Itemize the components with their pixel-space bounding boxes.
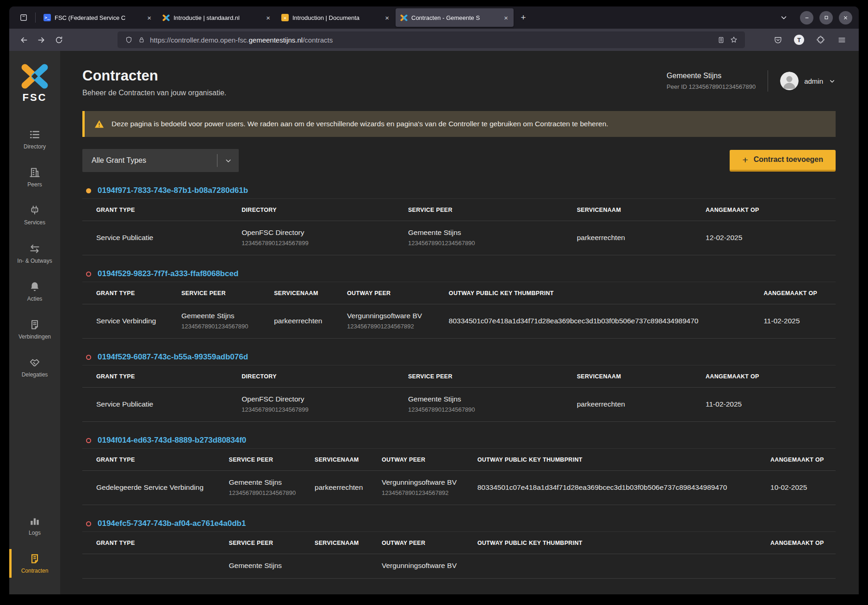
table-cell: Vergunningsoftware BV 123456789012345678… <box>368 471 464 505</box>
account-button[interactable]: T <box>791 32 807 48</box>
sidebar-item-services[interactable]: Services <box>9 200 60 230</box>
contract-id-link[interactable]: 0194f971-7833-743e-87b1-b08a7280d61b <box>98 186 248 195</box>
red-circle <box>86 521 91 526</box>
table-cell: Gemeente Stijns 12345678901234567890 <box>167 304 260 339</box>
sidebar-item-label: Contracten <box>21 568 49 574</box>
column-header: AANGEMAAKT OP <box>756 449 836 471</box>
table-cell: 11-02-2025 <box>692 388 836 422</box>
list-icon <box>29 129 41 141</box>
reader-mode-icon[interactable] <box>714 33 727 46</box>
column-header: GRANT TYPE <box>82 282 167 304</box>
tab-close-button[interactable]: × <box>502 13 510 22</box>
red-circle <box>86 355 91 360</box>
column-header: GRANT TYPE <box>82 199 228 221</box>
shield-icon[interactable] <box>122 33 135 46</box>
chevron-down-icon <box>780 13 788 22</box>
url-text: https://controller.demo.open-fsc.gemeent… <box>150 36 714 44</box>
column-header: SERVICENAAM <box>301 532 368 554</box>
contract-id-link[interactable]: 0194f014-ed63-743d-8889-b273d80834f0 <box>98 436 246 445</box>
lock-icon[interactable] <box>135 33 148 46</box>
terminal-icon: >_ <box>43 14 51 21</box>
sidebar-item-logs[interactable]: Logs <box>9 510 60 541</box>
contract-id-link[interactable]: 0194f529-6087-743c-b55a-99359adb076d <box>98 352 248 362</box>
minimize-button[interactable] <box>800 11 813 25</box>
docs-icon: ✕ <box>281 14 289 21</box>
table-row: Gedelegeerde Service Verbinding Gemeente… <box>82 471 836 505</box>
column-header: SERVICE PEER <box>394 199 563 221</box>
forward-button[interactable] <box>33 32 49 48</box>
browser-tab[interactable]: Introductie | standaard.nl × <box>158 8 276 27</box>
column-header: SERVICENAAM <box>260 282 333 304</box>
sidebar: FSC Directory Peers Services In- & Outwa… <box>9 51 60 594</box>
contract-id-link[interactable]: 0194efc5-7347-743b-af04-ac761e4a0db1 <box>98 519 246 528</box>
table-cell: parkeerrechten <box>563 221 692 255</box>
browser-tab[interactable]: Contracten - Gemeente S × <box>396 8 514 27</box>
firefox-view-icon <box>19 13 28 22</box>
column-header: SERVICE PEER <box>215 532 301 554</box>
sidebar-item-directory[interactable]: Directory <box>9 124 60 154</box>
new-tab-button[interactable]: + <box>516 10 531 25</box>
contract-section: 0194efc5-7347-743b-af04-ac761e4a0db1 GRA… <box>82 519 836 579</box>
contract-section: 0194f014-ed63-743d-8889-b273d80834f0 GRA… <box>82 436 836 505</box>
chevron-down-icon <box>829 78 836 85</box>
sidebar-item-delegaties[interactable]: Delegaties <box>9 352 60 383</box>
pocket-icon <box>774 36 782 44</box>
extensions-button[interactable] <box>812 32 828 48</box>
contract-id-link[interactable]: 0194f529-9823-7f7f-a333-ffaf8068bced <box>98 269 238 278</box>
contract-section: 0194f971-7833-743e-87b1-b08a7280d61b GRA… <box>82 186 836 255</box>
column-header: SERVICE PEER <box>394 365 563 388</box>
column-header: AANGEMAAKT OP <box>756 532 836 554</box>
sidebar-item-peers[interactable]: Peers <box>9 162 60 192</box>
sidebar-item-label: Logs <box>29 530 41 536</box>
sidebar-item-verbindingen[interactable]: Verbindingen <box>9 314 60 345</box>
sidebar-item-in-outways[interactable]: In- & Outways <box>9 238 60 269</box>
contract-icon <box>29 553 41 565</box>
fsc-logo-icon <box>162 14 170 21</box>
table-cell: 80334501c07e418a1d34f71d28ea369bcec3d1b0… <box>464 471 756 505</box>
column-header: OUTWAY PEER <box>333 282 435 304</box>
browser-toolbar: https://controller.demo.open-fsc.gemeent… <box>9 29 859 51</box>
column-header: GRANT TYPE <box>82 365 228 388</box>
contract-table: GRANT TYPEDIRECTORYSERVICE PEERSERVICENA… <box>82 198 836 255</box>
maximize-icon <box>823 14 830 21</box>
sidebar-item-acties[interactable]: Acties <box>9 276 60 307</box>
reload-button[interactable] <box>51 32 67 48</box>
menu-button[interactable] <box>834 32 849 48</box>
sidebar-item-label: Verbindingen <box>19 334 51 340</box>
sidebar-item-contracten[interactable]: Contracten <box>9 548 60 579</box>
grant-type-filter-value: Alle Grant Types <box>92 156 217 165</box>
fsc-logo: FSC <box>9 64 60 104</box>
column-header: AANGEMAAKT OP <box>750 282 836 304</box>
table-cell <box>464 554 756 579</box>
tab-close-button[interactable]: × <box>383 13 391 22</box>
table-cell: Service Publicatie <box>82 221 228 255</box>
browser-tab[interactable]: ✕ Introduction | Documenta × <box>277 8 395 27</box>
pocket-button[interactable] <box>770 32 786 48</box>
browser-tab[interactable]: >_ FSC (Federated Service C × <box>39 8 157 27</box>
table-cell <box>82 554 215 579</box>
table-cell: Vergunningsoftware BV <box>368 554 464 579</box>
grant-type-filter[interactable]: Alle Grant Types <box>82 149 239 172</box>
sidebar-item-label: Delegaties <box>22 372 48 378</box>
tab-close-button[interactable]: × <box>145 13 153 22</box>
fsc-logo-text: FSC <box>23 92 47 104</box>
tab-title: Contracten - Gemeente S <box>411 14 498 21</box>
column-header: DIRECTORY <box>228 199 394 221</box>
table-row: Gemeente Stijns Vergunningsoftware BV <box>82 554 836 579</box>
column-header: OUTWAY PEER <box>368 449 464 471</box>
close-button[interactable] <box>839 11 852 25</box>
add-contract-button[interactable]: + Contract toevoegen <box>730 150 836 172</box>
url-bar[interactable]: https://controller.demo.open-fsc.gemeent… <box>118 31 745 48</box>
column-header: AANGEMAAKT OP <box>692 199 836 221</box>
user-menu[interactable]: admin <box>780 72 836 90</box>
org-peer-id: Peer ID 12345678901234567890 <box>667 83 756 90</box>
firefox-view-button[interactable] <box>16 10 31 25</box>
list-all-tabs-button[interactable] <box>776 10 792 25</box>
back-button[interactable] <box>16 32 31 48</box>
bookmark-star-icon[interactable] <box>727 33 740 46</box>
maximize-button[interactable] <box>819 11 833 25</box>
tab-close-button[interactable]: × <box>264 13 272 22</box>
tab-title: Introduction | Documenta <box>292 14 379 21</box>
fsc-logo-icon <box>400 14 408 21</box>
warning-icon <box>94 119 105 130</box>
